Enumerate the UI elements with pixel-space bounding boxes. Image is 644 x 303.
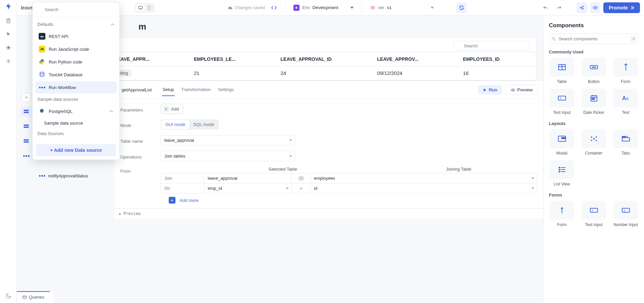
query-preview-footer[interactable]: ▲ Preview [114,208,543,219]
join-on-right-field[interactable]: id [311,183,537,193]
component-container[interactable]: Container [581,129,607,156]
tabs-icon [621,136,630,142]
code-icon[interactable] [271,5,277,10]
components-search-input[interactable] [549,34,639,44]
component-text-input2[interactable]: T_ Text Input [581,201,607,227]
ds-item-rest[interactable]: api REST API [35,30,117,42]
triangle-up-icon: ▲ [119,212,121,215]
moon-icon[interactable] [5,293,11,299]
table-search-input[interactable] [453,41,530,51]
svg-rect-42 [622,138,630,141]
join-on-left-field[interactable]: emp_id [204,183,292,193]
svg-rect-45 [559,167,560,168]
cursor-icon[interactable] [6,32,11,37]
component-table[interactable]: Table [549,58,575,84]
component-number-input[interactable]: 1_ Number Input [613,201,639,227]
join-operator[interactable]: = [292,183,311,193]
ds-item-python[interactable]: Run Python code [35,56,117,68]
eye-icon [511,88,515,92]
ds-item-workflow[interactable]: Run Workflow [35,81,117,93]
join-type-select[interactable] [292,173,311,183]
redo-button[interactable] [554,2,564,13]
tab-transformation[interactable]: Transformation [181,84,211,96]
ds-item-js[interactable]: JS Run JavaScript code [35,43,117,55]
ds-item-label: ToolJet Database [49,72,82,77]
ds-item-label: PostgreSQL [49,109,73,114]
query-type-workflow-icon[interactable] [20,150,32,161]
database-icon [39,71,45,78]
component-text-input[interactable]: T_ Text Input [549,89,575,115]
version-selector[interactable]: ver v1 [370,5,434,10]
tab-setup[interactable]: Setup [162,84,175,96]
ds-item-label: REST API [49,34,68,39]
table-header[interactable]: EMPLOYEES_LE... [189,52,276,66]
sql-mode-button[interactable]: SQL mode [189,120,218,129]
run-button[interactable]: Run [478,85,502,95]
table-header[interactable]: LEAVE_APPROV... [372,52,458,66]
queries-tab[interactable]: Queries [17,291,50,302]
join-selected-table[interactable]: leave_approval [204,173,292,183]
workflow-icon [39,175,45,177]
query-type-db3-icon[interactable] [20,136,32,146]
svg-rect-36 [562,137,565,139]
mobile-device-button[interactable] [145,4,154,11]
bug-icon[interactable] [6,45,11,50]
share-button[interactable] [576,2,587,13]
ds-section-datasources[interactable]: Data Sources [34,128,118,139]
table-cell: 09/12/2024 [372,66,458,80]
ds-section-sample[interactable]: Sample data sources [34,94,118,104]
component-button[interactable]: Button [581,58,607,84]
ds-sub-item-sample[interactable]: Sample data source [34,118,118,128]
eye-button[interactable] [590,2,601,13]
gear-icon[interactable] [6,58,11,64]
ds-section-defaults[interactable]: Defaults [34,19,118,30]
ds-item-postgres[interactable]: PostgreSQL [35,105,117,117]
chevron-right-icon [630,6,635,10]
env-selector[interactable]: ⚙ Env Development [293,5,354,11]
query-type-db2-icon[interactable] [20,121,32,132]
component-label: Text Input [585,222,602,227]
query-item-notify[interactable]: notifyApprovalStatus [36,171,91,180]
table-header[interactable]: LEAVE_APPROVAL_ID [276,52,373,66]
add-more-join-button[interactable]: + Add more [161,197,537,204]
svg-point-16 [513,89,513,90]
add-parameter-button[interactable]: + Add [161,104,183,114]
component-list-view[interactable]: List View [549,160,575,186]
table-name-select[interactable]: leave_approval [161,135,295,145]
preview-label: Preview [517,87,533,92]
sync-button[interactable] [456,2,467,13]
promote-button[interactable]: Promote [603,2,640,13]
add-datasource-button[interactable]: + Add new Data source [36,144,116,156]
preview-button[interactable]: Preview [506,85,538,95]
svg-text:T_: T_ [560,97,563,100]
clear-search-button[interactable]: × [631,36,637,42]
app-name[interactable]: leave [21,5,33,10]
component-modal[interactable]: Modal [549,129,575,156]
component-tabs[interactable]: Tabs [613,129,639,156]
undo-button[interactable] [540,2,551,13]
postgres-icon [39,108,45,115]
ds-item-tooljet-db[interactable]: ToolJet Database [35,69,117,81]
query-name[interactable]: getApprovalList [120,85,154,95]
component-form2[interactable]: Form [549,201,575,227]
query-type-db-icon[interactable] [20,106,32,117]
datasource-search-input[interactable] [36,5,116,14]
desktop-device-button[interactable] [136,4,145,11]
svg-point-7 [583,8,583,9]
operations-select[interactable]: Join tables [161,151,295,161]
component-label: Tabs [621,151,630,156]
gui-mode-button[interactable]: GUI mode [161,120,189,129]
ds-item-label: Run Workflow [49,85,76,90]
tab-settings[interactable]: Settings [217,84,235,96]
add-query-button[interactable]: ＋ [22,93,31,102]
page-icon[interactable] [6,18,11,24]
table-header[interactable]: EMPLOYEES_ID [458,52,536,66]
component-form[interactable]: Form [613,58,639,84]
component-text[interactable]: AA Text [613,89,639,115]
svg-rect-12 [24,127,29,128]
label-from: From [120,167,161,174]
svg-point-8 [595,7,596,8]
join-joining-table[interactable]: employees [311,173,537,183]
env-icon: ⚙ [293,5,299,11]
component-date-picker[interactable]: Date Picker [581,89,607,115]
